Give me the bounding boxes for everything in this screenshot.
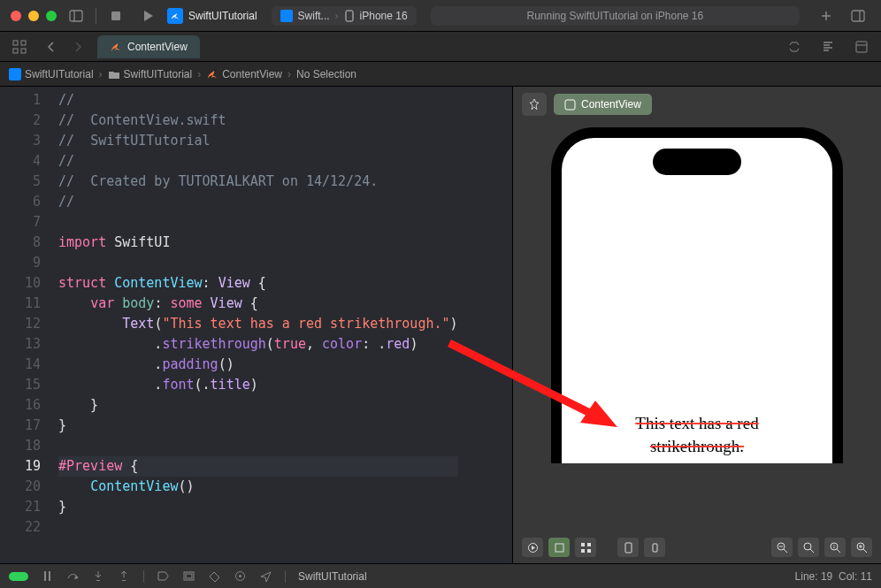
sidebar-toggle-icon[interactable] — [64, 5, 88, 27]
window-zoom[interactable] — [46, 11, 57, 21]
project-icon — [9, 68, 21, 80]
pin-button[interactable] — [522, 93, 547, 116]
preview-tab[interactable]: ContentView — [554, 94, 652, 115]
preview-toolbar: ContentView — [513, 87, 881, 122]
svg-rect-4 — [346, 11, 353, 21]
svg-rect-7 — [13, 41, 18, 45]
code-editor[interactable]: 12345678910111213141516171819202122 // /… — [0, 87, 513, 563]
nav-back-icon[interactable] — [39, 36, 64, 57]
traffic-lights — [11, 11, 57, 21]
tab-bar: ContentView — [0, 32, 881, 62]
line-gutter: 12345678910111213141516171819202122 — [0, 87, 51, 563]
main-area: 12345678910111213141516171819202122 // /… — [0, 87, 881, 563]
chevron-right-icon: › — [197, 68, 201, 80]
app-icon — [167, 8, 183, 24]
library-icon[interactable] — [846, 5, 870, 27]
svg-rect-10 — [21, 49, 26, 53]
dynamic-island — [653, 149, 741, 175]
footer-project: SwiftUITutorial — [298, 570, 367, 583]
debug-bar: SwiftUITutorial Line: 19 Col: 11 — [0, 563, 881, 588]
chevron-right-icon: › — [335, 10, 339, 22]
step-out-icon[interactable] — [118, 569, 131, 583]
svg-rect-14 — [565, 100, 575, 110]
memory-icon[interactable] — [208, 569, 221, 583]
svg-rect-22 — [653, 544, 657, 552]
folder-icon — [108, 68, 120, 80]
stop-button[interactable] — [103, 5, 128, 27]
preview-panel: ContentView This text has a redstrikethr… — [513, 87, 881, 563]
svg-rect-20 — [587, 549, 591, 553]
preview-controls: 1 — [513, 531, 881, 563]
svg-line-27 — [810, 549, 814, 553]
recycle-icon[interactable] — [782, 36, 807, 57]
cursor-location: Line: 19 Col: 11 — [795, 570, 872, 583]
preview-tab-label: ContentView — [581, 98, 641, 111]
run-button[interactable] — [135, 5, 160, 27]
step-over-icon[interactable] — [66, 569, 80, 583]
breadcrumb[interactable]: SwiftUITutorial › SwiftUITutorial › Cont… — [0, 62, 881, 87]
svg-rect-9 — [21, 41, 26, 45]
zoom-fit-icon[interactable] — [798, 538, 819, 557]
env-overrides-icon[interactable] — [234, 569, 247, 583]
window-close[interactable] — [11, 11, 21, 21]
svg-rect-18 — [587, 543, 591, 546]
zoom-actual-icon[interactable]: 1 — [824, 538, 846, 557]
svg-line-34 — [863, 549, 867, 553]
device-frame: This text has a redstrikethrough. — [551, 127, 843, 463]
chevron-right-icon: › — [99, 68, 103, 80]
variants-button[interactable] — [575, 538, 596, 557]
svg-rect-8 — [13, 49, 18, 53]
crumb-folder: SwiftUITutorial — [124, 68, 193, 80]
activity-status: Running SwiftUITutorial on iPhone 16 — [431, 6, 800, 26]
tab-contentview[interactable]: ContentView — [97, 35, 200, 58]
nav-forward-icon[interactable] — [65, 36, 90, 57]
device-icon — [344, 10, 355, 22]
svg-rect-21 — [625, 543, 632, 553]
crumb-selection: No Selection — [296, 68, 356, 80]
window-minimize[interactable] — [28, 11, 39, 21]
minimap-icon[interactable] — [816, 36, 840, 57]
related-items-icon[interactable] — [7, 36, 32, 57]
code-body: // // ContentView.swift // SwiftUITutori… — [51, 87, 458, 563]
zoom-out-icon[interactable] — [771, 538, 793, 557]
orientation-button[interactable] — [644, 538, 665, 557]
chevron-right-icon: › — [287, 68, 291, 80]
swift-icon — [280, 10, 293, 22]
scheme-app: Swift... — [298, 10, 330, 22]
device-settings-button[interactable] — [617, 538, 639, 557]
svg-rect-17 — [581, 543, 585, 546]
crumb-file: ContentView — [222, 68, 282, 80]
svg-rect-19 — [581, 549, 585, 553]
zoom-in-icon[interactable] — [851, 538, 872, 557]
adjust-editor-icon[interactable] — [849, 36, 874, 57]
selectable-button[interactable] — [548, 538, 570, 557]
svg-rect-36 — [122, 580, 126, 581]
status-pill[interactable] — [9, 572, 28, 581]
scheme-device: iPhone 16 — [360, 10, 408, 22]
svg-rect-16 — [555, 544, 563, 552]
svg-rect-38 — [186, 574, 192, 578]
svg-point-40 — [239, 575, 241, 577]
debug-hierarchy-icon[interactable] — [182, 569, 195, 583]
rendered-text: This text has a redstrikethrough. — [562, 412, 832, 458]
svg-line-25 — [784, 549, 787, 553]
breakpoint-icon[interactable] — [157, 569, 170, 583]
preview-canvas[interactable]: This text has a redstrikethrough. — [513, 122, 881, 531]
svg-rect-35 — [96, 580, 100, 581]
svg-rect-0 — [70, 11, 82, 21]
swift-file-icon — [206, 68, 218, 80]
live-button[interactable] — [522, 538, 543, 557]
preview-icon — [564, 99, 576, 111]
location-icon[interactable] — [259, 569, 272, 583]
project-label: SwiftUITutorial — [188, 10, 257, 22]
swift-file-icon — [110, 41, 122, 53]
svg-rect-2 — [111, 11, 120, 20]
titlebar: SwiftUITutorial Swift... › iPhone 16 Run… — [0, 0, 881, 32]
scheme-selector[interactable]: Swift... › iPhone 16 — [272, 6, 417, 26]
add-button[interactable] — [814, 5, 839, 27]
project-name[interactable]: SwiftUITutorial — [167, 8, 257, 24]
tab-label: ContentView — [127, 41, 188, 53]
pause-icon[interactable] — [41, 569, 54, 583]
step-in-icon[interactable] — [92, 569, 105, 583]
svg-text:1: 1 — [832, 544, 835, 549]
